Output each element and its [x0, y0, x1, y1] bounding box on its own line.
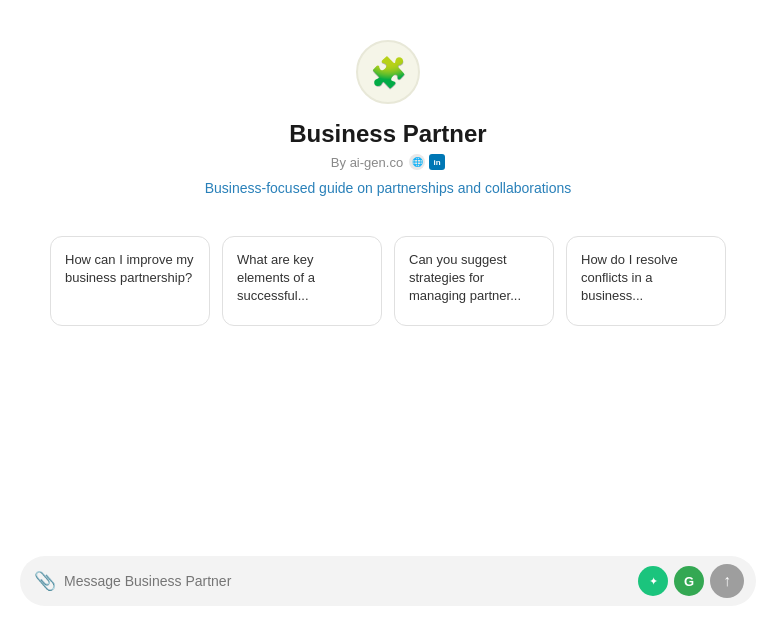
g-icon: G [684, 574, 694, 589]
app-avatar: 🧩 [356, 40, 420, 104]
byline-row: By ai-gen.co 🌐 in [331, 154, 445, 170]
main-content: 🧩 Business Partner By ai-gen.co 🌐 in Bus… [0, 0, 776, 544]
app-title: Business Partner [289, 120, 486, 148]
suggestion-card-3[interactable]: Can you suggest strategies for managing … [394, 236, 554, 326]
attach-icon[interactable]: 📎 [34, 570, 56, 592]
linkedin-icon: in [429, 154, 445, 170]
bottom-bar: 📎 ✦ G ↑ [0, 544, 776, 622]
suggestion-card-2[interactable]: What are key elements of a successful... [222, 236, 382, 326]
puzzle-icon: 🧩 [370, 55, 407, 90]
g-action-button[interactable]: G [674, 566, 704, 596]
grammarly-icon: ✦ [649, 575, 658, 588]
input-actions: ✦ G ↑ [638, 564, 744, 598]
input-container: 📎 ✦ G ↑ [20, 556, 756, 606]
grammarly-icon-button[interactable]: ✦ [638, 566, 668, 596]
suggestion-card-1[interactable]: How can I improve my business partnershi… [50, 236, 210, 326]
globe-icon: 🌐 [409, 154, 425, 170]
suggestion-card-4[interactable]: How do I resolve conflicts in a business… [566, 236, 726, 326]
byline-text: By ai-gen.co [331, 155, 403, 170]
message-input[interactable] [64, 573, 630, 589]
app-description: Business-focused guide on partnerships a… [205, 180, 572, 196]
byline-icons: 🌐 in [409, 154, 445, 170]
suggestion-cards-container: How can I improve my business partnershi… [0, 236, 776, 326]
send-icon: ↑ [723, 572, 731, 590]
send-button[interactable]: ↑ [710, 564, 744, 598]
